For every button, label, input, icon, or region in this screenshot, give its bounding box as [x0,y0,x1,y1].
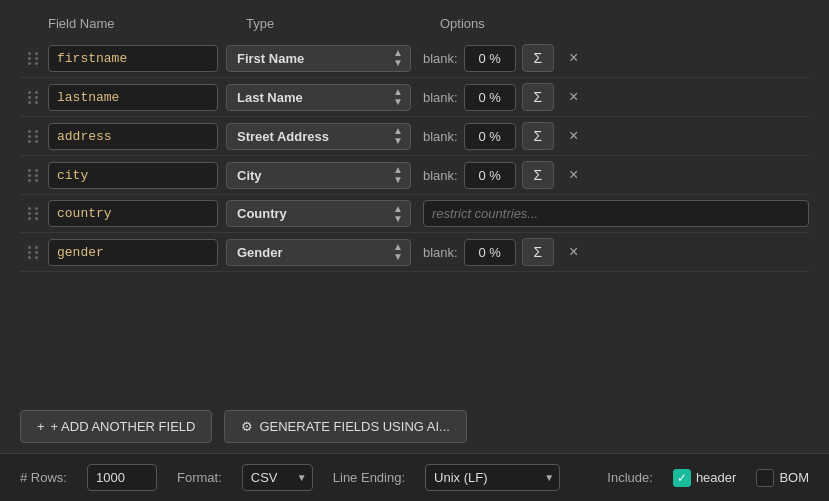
add-field-label: + ADD ANOTHER FIELD [51,419,196,434]
sigma-button[interactable]: Σ [522,83,554,111]
column-headers: Field Name Type Options [20,16,809,39]
type-select[interactable]: First NameLast NameStreet AddressCityCou… [226,45,411,72]
table-row: First NameLast NameStreet AddressCityCou… [20,156,809,195]
remove-field-button[interactable]: × [560,122,588,150]
type-header: Type [238,16,428,31]
rows-input[interactable] [87,464,157,491]
plus-icon: + [37,419,45,434]
table-row: First NameLast NameStreet AddressCityCou… [20,195,809,233]
remove-field-button[interactable]: × [560,238,588,266]
table-row: First NameLast NameStreet AddressCityCou… [20,39,809,78]
drag-handle[interactable] [20,246,48,259]
type-select[interactable]: First NameLast NameStreet AddressCityCou… [226,123,411,150]
line-ending-select[interactable]: Unix (LF) Windows (CRLF) Mac (CR) [425,464,560,491]
drag-handle[interactable] [20,207,48,220]
drag-handle[interactable] [20,130,48,143]
type-select[interactable]: First NameLast NameStreet AddressCityCou… [226,239,411,266]
options-area: blank:Σ× [423,122,809,150]
action-row: + + ADD ANOTHER FIELD ⚙ GENERATE FIELDS … [0,396,829,453]
blank-value-input[interactable] [464,123,516,150]
field-name-input[interactable] [48,200,218,227]
header-checkbox[interactable]: ✓ [673,469,691,487]
remove-field-button[interactable]: × [560,83,588,111]
options-area: blank:Σ× [423,238,809,266]
type-select[interactable]: First NameLast NameStreet AddressCityCou… [226,200,411,227]
format-select-wrapper: CSV JSON SQL ▼ [242,464,313,491]
blank-label: blank: [423,51,458,66]
drag-handle[interactable] [20,169,48,182]
drag-handle[interactable] [20,52,48,65]
type-select[interactable]: First NameLast NameStreet AddressCityCou… [226,162,411,189]
format-select[interactable]: CSV JSON SQL [242,464,313,491]
table-row: First NameLast NameStreet AddressCityCou… [20,233,809,272]
field-name-input[interactable] [48,162,218,189]
header-checkbox-label: header [696,470,736,485]
type-select-wrapper: First NameLast NameStreet AddressCityCou… [226,162,411,189]
header-checkbox-wrapper: ✓ header [673,469,736,487]
blank-label: blank: [423,129,458,144]
blank-label: blank: [423,245,458,260]
remove-field-button[interactable]: × [560,161,588,189]
add-field-button[interactable]: + + ADD ANOTHER FIELD [20,410,212,443]
type-select[interactable]: First NameLast NameStreet AddressCityCou… [226,84,411,111]
sigma-button[interactable]: Σ [522,238,554,266]
blank-label: blank: [423,90,458,105]
main-content: Field Name Type Options First NameLast N… [0,0,829,396]
type-select-wrapper: First NameLast NameStreet AddressCityCou… [226,84,411,111]
blank-value-input[interactable] [464,84,516,111]
generate-ai-label: GENERATE FIELDS USING AI... [259,419,449,434]
ai-icon: ⚙ [241,419,253,434]
blank-value-input[interactable] [464,239,516,266]
bom-checkbox-wrapper: BOM [756,469,809,487]
field-name-input[interactable] [48,123,218,150]
line-ending-select-wrapper: Unix (LF) Windows (CRLF) Mac (CR) ▼ [425,464,560,491]
remove-field-button[interactable]: × [560,44,588,72]
type-select-wrapper: First NameLast NameStreet AddressCityCou… [226,45,411,72]
include-label: Include: [607,470,653,485]
field-name-input[interactable] [48,84,218,111]
check-icon: ✓ [677,471,687,485]
options-area: blank:Σ× [423,161,809,189]
bom-checkbox-label: BOM [779,470,809,485]
footer: # Rows: Format: CSV JSON SQL ▼ Line Endi… [0,453,829,501]
sigma-button[interactable]: Σ [522,122,554,150]
table-row: First NameLast NameStreet AddressCityCou… [20,78,809,117]
field-name-header: Field Name [48,16,238,31]
type-select-wrapper: First NameLast NameStreet AddressCityCou… [226,239,411,266]
blank-label: blank: [423,168,458,183]
rows-label: # Rows: [20,470,67,485]
blank-value-input[interactable] [464,45,516,72]
line-ending-label: Line Ending: [333,470,405,485]
sigma-button[interactable]: Σ [522,44,554,72]
options-header: Options [428,16,809,31]
bom-checkbox[interactable] [756,469,774,487]
options-area [423,200,809,227]
type-select-wrapper: First NameLast NameStreet AddressCityCou… [226,123,411,150]
drag-handle[interactable] [20,91,48,104]
blank-value-input[interactable] [464,162,516,189]
restrict-countries-input[interactable] [423,200,809,227]
fields-container: First NameLast NameStreet AddressCityCou… [20,39,809,272]
generate-ai-button[interactable]: ⚙ GENERATE FIELDS USING AI... [224,410,466,443]
table-row: First NameLast NameStreet AddressCityCou… [20,117,809,156]
options-area: blank:Σ× [423,83,809,111]
field-name-input[interactable] [48,239,218,266]
type-select-wrapper: First NameLast NameStreet AddressCityCou… [226,200,411,227]
format-label: Format: [177,470,222,485]
options-area: blank:Σ× [423,44,809,72]
field-name-input[interactable] [48,45,218,72]
sigma-button[interactable]: Σ [522,161,554,189]
